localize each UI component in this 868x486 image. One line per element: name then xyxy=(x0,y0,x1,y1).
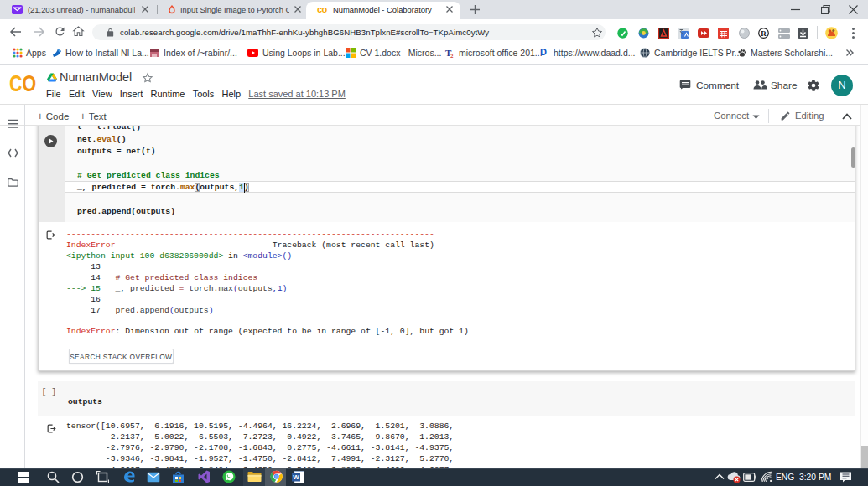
svg-text:W: W xyxy=(293,473,299,481)
svg-text:2: 2 xyxy=(450,53,454,58)
svg-text:R: R xyxy=(761,29,767,38)
